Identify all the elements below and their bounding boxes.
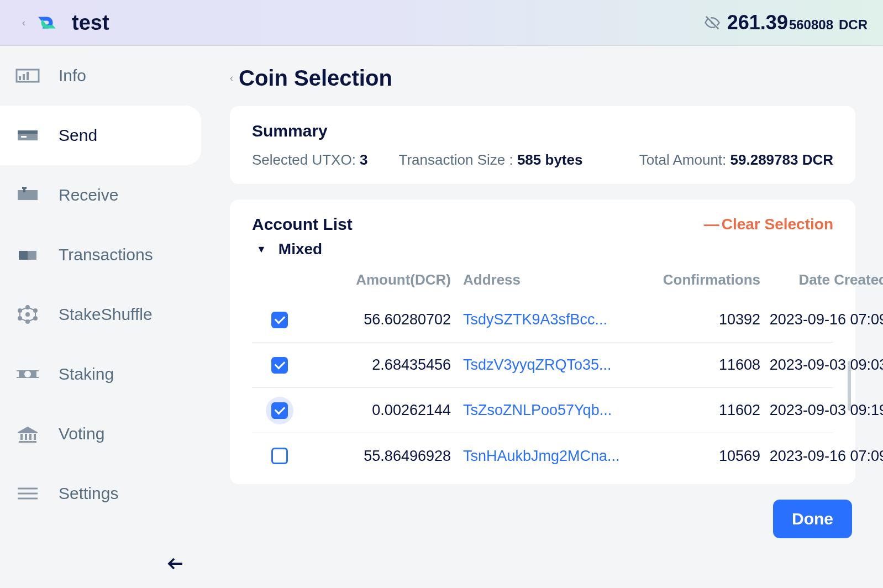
settings-icon — [15, 482, 43, 505]
header-back-chevron[interactable]: ‹ — [22, 17, 25, 29]
sidebar-item-label: StakeShuffle — [59, 305, 153, 324]
back-arrow-icon[interactable] — [166, 554, 186, 576]
account-list-card: Account List —Clear Selection ▼ Mixed Am… — [230, 200, 855, 484]
cell-amount: 55.86496928 — [307, 448, 451, 465]
sidebar-item-voting[interactable]: Voting — [0, 404, 199, 464]
svg-rect-9 — [22, 187, 27, 189]
svg-point-20 — [24, 371, 31, 377]
summary-heading: Summary — [252, 122, 833, 140]
balance-ticker: DCR — [839, 17, 868, 33]
cell-confirmations: 11608 — [628, 356, 760, 374]
sidebar-item-label: Staking — [59, 365, 114, 384]
cell-address[interactable]: TsdzV3yyqZRQTo35... — [451, 356, 628, 374]
utxo-checkbox[interactable] — [271, 357, 288, 374]
page-title: Coin Selection — [239, 66, 392, 91]
table-row: 56.60280702TsdySZTK9A3sfBcc...103922023-… — [252, 297, 833, 343]
svg-rect-2 — [23, 74, 25, 80]
account-group-name: Mixed — [278, 240, 322, 258]
wallet-balance: 261.39560808DCR — [727, 11, 868, 34]
send-icon — [15, 124, 43, 146]
cell-amount: 2.68435456 — [307, 356, 451, 374]
visibility-off-icon[interactable] — [704, 14, 721, 31]
receive-icon — [15, 184, 43, 206]
table-row: 0.00262144TsZsoZNLPoo57Yqb...116022023-0… — [252, 388, 833, 433]
stakeshuffle-icon — [15, 303, 43, 326]
col-address: Address — [451, 271, 628, 288]
wallet-name: test — [72, 11, 109, 35]
sidebar: Info Send Receive Transactions StakeShuf… — [0, 46, 199, 588]
svg-rect-1 — [19, 76, 21, 80]
cell-address[interactable]: TsZsoZNLPoo57Yqb... — [451, 402, 628, 419]
col-confirmations: Confirmations — [628, 271, 760, 288]
svg-rect-22 — [36, 371, 40, 377]
svg-rect-5 — [18, 130, 38, 134]
balance-major: 261.39 — [727, 11, 788, 34]
collapse-triangle-icon: ▼ — [256, 244, 266, 255]
summary-card: Summary Selected UTXO: 3 Transaction Siz… — [230, 106, 855, 184]
col-amount: Amount(DCR) — [307, 271, 451, 288]
cell-confirmations: 11602 — [628, 402, 760, 419]
cell-date: 2023-09-16 07:09 — [760, 311, 883, 328]
balance-minor: 560808 — [789, 17, 833, 33]
cell-date: 2023-09-03 09:03 — [760, 356, 883, 374]
sidebar-item-staking[interactable]: Staking — [0, 344, 199, 404]
col-date: Date Created — [760, 271, 883, 288]
top-bar: ‹ test 261.39560808DCR — [0, 0, 883, 46]
summary-selected-value: 3 — [360, 151, 367, 168]
summary-selected-label: Selected UTXO: — [252, 151, 360, 168]
cell-amount: 56.60280702 — [307, 311, 451, 328]
cell-confirmations: 10569 — [628, 448, 760, 465]
done-button[interactable]: Done — [773, 500, 852, 538]
sidebar-item-label: Info — [59, 66, 86, 85]
utxo-checkbox[interactable] — [271, 312, 288, 328]
utxo-checkbox[interactable] — [271, 402, 288, 419]
cell-amount: 0.00262144 — [307, 402, 451, 419]
transactions-icon — [15, 244, 43, 266]
clear-selection-button[interactable]: —Clear Selection — [704, 216, 833, 233]
decred-logo-icon — [35, 11, 59, 34]
minus-icon: — — [704, 216, 718, 233]
svg-rect-6 — [21, 136, 27, 138]
scrollbar-thumb[interactable] — [848, 361, 851, 411]
clear-selection-label: Clear Selection — [722, 216, 833, 233]
sidebar-item-info[interactable]: Info — [0, 46, 199, 106]
summary-tx-size: Transaction Size : 585 bytes — [399, 151, 583, 169]
account-group-toggle[interactable]: ▼ Mixed — [256, 240, 833, 258]
page-back-chevron[interactable]: ‹ — [230, 72, 233, 84]
summary-txsize-value: 585 bytes — [517, 151, 583, 168]
sidebar-item-label: Settings — [59, 484, 118, 503]
svg-point-12 — [26, 313, 29, 316]
cell-date: 2023-09-03 09:19 — [760, 402, 883, 419]
cell-address[interactable]: TsdySZTK9A3sfBcc... — [451, 311, 628, 328]
utxo-checkbox[interactable] — [271, 448, 288, 464]
summary-txsize-label: Transaction Size : — [399, 151, 517, 168]
summary-total-amount: Total Amount: 59.289783 DCR — [639, 151, 833, 169]
svg-rect-11 — [19, 251, 28, 260]
summary-selected-utxo: Selected UTXO: 3 — [252, 151, 368, 169]
voting-icon — [15, 423, 43, 445]
main-content: ‹ Coin Selection Summary Selected UTXO: … — [199, 46, 883, 588]
sidebar-item-transactions[interactable]: Transactions — [0, 225, 199, 285]
svg-rect-7 — [18, 190, 38, 200]
cell-address[interactable]: TsnHAukbJmg2MCna... — [451, 448, 628, 465]
info-icon — [15, 65, 43, 87]
sidebar-item-settings[interactable]: Settings — [0, 464, 199, 523]
sidebar-item-stakeshuffle[interactable]: StakeShuffle — [0, 285, 199, 344]
cell-confirmations: 10392 — [628, 311, 760, 328]
sidebar-item-label: Send — [59, 126, 97, 145]
cell-date: 2023-09-16 07:09 — [760, 448, 883, 465]
sidebar-item-send[interactable]: Send — [0, 106, 201, 165]
summary-total-value: 59.289783 DCR — [730, 151, 833, 168]
checkbox-focus-halo — [266, 397, 293, 424]
sidebar-item-label: Voting — [59, 424, 104, 443]
account-list-heading: Account List — [252, 215, 353, 234]
table-header: Amount(DCR) Address Confirmations Date C… — [252, 267, 833, 297]
utxo-table: Amount(DCR) Address Confirmations Date C… — [252, 267, 833, 479]
table-row: 2.68435456TsdzV3yyqZRQTo35...116082023-0… — [252, 343, 833, 388]
svg-rect-21 — [15, 371, 19, 377]
table-row: 55.86496928TsnHAukbJmg2MCna...105692023-… — [252, 433, 833, 479]
svg-rect-3 — [27, 72, 29, 80]
sidebar-item-receive[interactable]: Receive — [0, 165, 199, 225]
sidebar-item-label: Receive — [59, 186, 118, 204]
summary-total-label: Total Amount: — [639, 151, 730, 168]
